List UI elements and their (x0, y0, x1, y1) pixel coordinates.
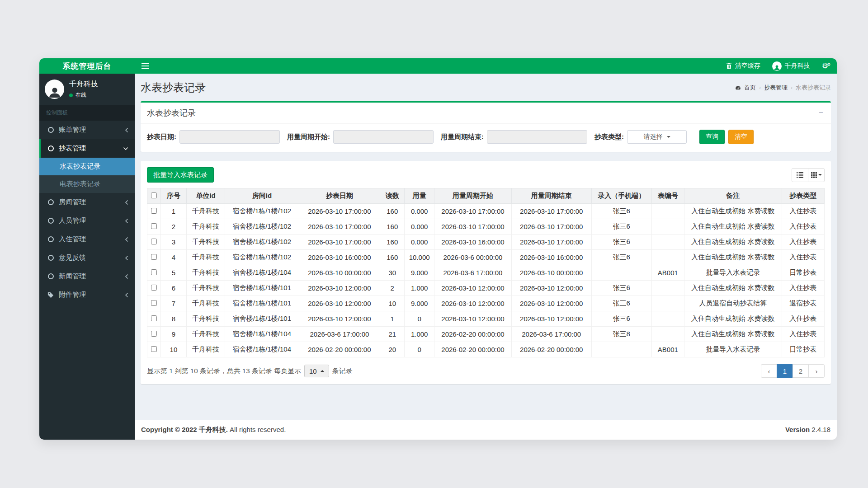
list-view-button[interactable] (792, 168, 808, 182)
collapse-box-button[interactable]: − (817, 108, 825, 117)
cell-seq: 8 (160, 311, 186, 327)
cell-select (147, 219, 161, 235)
sidebar-item-checkin-management[interactable]: 入住管理 (39, 230, 135, 249)
cell-unit-id: 千舟科技 (186, 219, 225, 235)
cell-remark: 入住自动生成初始 水费读数 (684, 204, 782, 219)
reading-type-select[interactable]: 请选择 (627, 130, 687, 144)
row-checkbox[interactable] (151, 331, 157, 337)
table-box: 批量导入水表记录 (141, 161, 831, 384)
cell-reading-date: 2026-03-10 00:00:00 (299, 265, 380, 281)
clear-cache-button[interactable]: 清空缓存 (720, 58, 766, 74)
cell-select (147, 204, 161, 219)
cell-meter-no: AB001 (651, 342, 684, 357)
sidebar-subitem-water-meter-records[interactable]: 水表抄表记录 (39, 158, 135, 175)
search-button[interactable]: 查询 (699, 130, 725, 144)
row-checkbox[interactable] (151, 254, 157, 260)
cell-select (147, 296, 161, 311)
row-checkbox[interactable] (151, 300, 157, 306)
page-button-2[interactable]: 2 (793, 364, 809, 378)
chevron-left-icon (125, 292, 128, 298)
app-logo[interactable]: 系统管理后台 (39, 58, 135, 74)
sidebar-item-room-management[interactable]: 房间管理 (39, 193, 135, 211)
cell-seq: 4 (160, 250, 186, 265)
page-button-1[interactable]: 1 (777, 364, 793, 378)
sidebar-item-news-management[interactable]: 新闻管理 (39, 267, 135, 286)
row-checkbox[interactable] (151, 346, 157, 352)
cell-period-end: 2026-03-6 17:00:00 (511, 327, 591, 342)
app-footer: Copyright © 2022 千舟科技. All rights reserv… (135, 420, 837, 440)
row-checkbox[interactable] (151, 269, 157, 275)
pagination-summary: 显示第 1 到第 10 条记录，总共 13 条记录 每页显示 10 条记录 (147, 365, 353, 377)
batch-import-button[interactable]: 批量导入水表记录 (147, 167, 214, 183)
reading-type-label: 抄表类型: (594, 133, 624, 141)
row-checkbox[interactable] (151, 223, 157, 229)
sidebar-item-personnel-management[interactable]: 人员管理 (39, 211, 135, 230)
cell-room-id: 宿舍楼/1栋/1楼/102 (225, 235, 299, 250)
online-dot-icon (69, 94, 73, 97)
dashboard-icon (735, 85, 741, 91)
cell-room-id: 宿舍楼/1栋/1楼/104 (225, 327, 299, 342)
next-page-button[interactable]: › (808, 364, 825, 378)
gears-icon: ⚙⚙ (822, 62, 831, 70)
cell-room-id: 宿舍楼/1栋/1楼/104 (225, 265, 299, 281)
user-menu[interactable]: 千舟科技 (766, 58, 816, 74)
sidebar-item-feedback[interactable]: 意见反馈 (39, 249, 135, 267)
cell-meter-no (651, 281, 684, 296)
cell-meter-no: AB001 (651, 265, 684, 281)
cell-meter-no (651, 235, 684, 250)
col-usage: 用量 (405, 188, 434, 204)
reading-date-input[interactable] (179, 130, 280, 144)
cell-recorder: 张三6 (591, 235, 651, 250)
reading-date-label: 抄表日期: (147, 133, 176, 141)
sidebar-item-attachment-management[interactable]: 附件管理 (39, 286, 135, 304)
prev-page-button[interactable]: ‹ (761, 364, 777, 378)
cell-room-id: 宿舍楼/1栋/1楼/101 (225, 311, 299, 327)
hamburger-icon (142, 63, 149, 69)
cell-unit-id: 千舟科技 (186, 296, 225, 311)
cell-seq: 1 (160, 204, 186, 219)
sidebar-item-bill-management[interactable]: 账单管理 (39, 121, 135, 139)
cell-seq: 10 (160, 342, 186, 357)
cell-unit-id: 千舟科技 (186, 311, 225, 327)
copyright-text: Copyright © 2022 千舟科技. All rights reserv… (141, 426, 286, 434)
sidebar-subitem-electric-meter-records[interactable]: 电表抄表记录 (39, 175, 135, 193)
cell-usage: 0.000 (405, 219, 434, 235)
chevron-left-icon (125, 255, 128, 261)
circle-o-icon (47, 145, 54, 151)
period-start-input[interactable] (333, 130, 434, 144)
cell-seq: 9 (160, 327, 186, 342)
cell-period-end: 2026-03-10 16:00:00 (511, 250, 591, 265)
user-online-status: 在线 (69, 91, 98, 99)
row-checkbox[interactable] (151, 239, 157, 244)
columns-view-button[interactable] (808, 168, 825, 182)
cell-reading-type: 退宿抄表 (782, 296, 824, 311)
cell-recorder (591, 342, 651, 357)
cell-reading: 10 (380, 296, 405, 311)
cell-reading-type: 日常抄表 (782, 342, 824, 357)
table-row: 4 千舟科技 宿舍楼/1栋/1楼/102 2026-03-10 16:00:00… (147, 250, 825, 265)
cell-room-id: 宿舍楼/1栋/1楼/102 (225, 250, 299, 265)
breadcrumb-meter-management[interactable]: 抄表管理 (764, 84, 788, 92)
row-checkbox[interactable] (151, 208, 157, 214)
breadcrumb-home[interactable]: 首页 (744, 84, 756, 92)
admin-app-window: 系统管理后台 清空缓存 千舟科技 (39, 58, 837, 440)
cell-reading-date: 2026-03-10 17:00:00 (299, 219, 380, 235)
cell-remark: 批量导入水表记录 (684, 342, 782, 357)
caret-down-icon (818, 174, 822, 176)
cell-reading: 160 (380, 204, 405, 219)
sidebar-toggle-button[interactable] (135, 58, 156, 74)
period-end-input[interactable] (487, 130, 587, 144)
page-size-dropdown[interactable]: 10 (304, 365, 329, 377)
settings-button[interactable]: ⚙⚙ (816, 58, 837, 74)
period-end-label: 用量周期结束: (441, 133, 484, 141)
cell-unit-id: 千舟科技 (186, 204, 225, 219)
row-checkbox[interactable] (151, 315, 157, 321)
clear-button[interactable]: 清空 (728, 130, 754, 144)
cell-select (147, 235, 161, 250)
select-all-checkbox[interactable] (151, 192, 157, 198)
sidebar-item-meter-management[interactable]: 抄表管理 (39, 139, 135, 158)
cell-reading: 160 (380, 219, 405, 235)
cell-usage: 9.000 (405, 296, 434, 311)
filter-box-header: 水表抄表记录 − (141, 103, 831, 124)
row-checkbox[interactable] (151, 285, 157, 291)
